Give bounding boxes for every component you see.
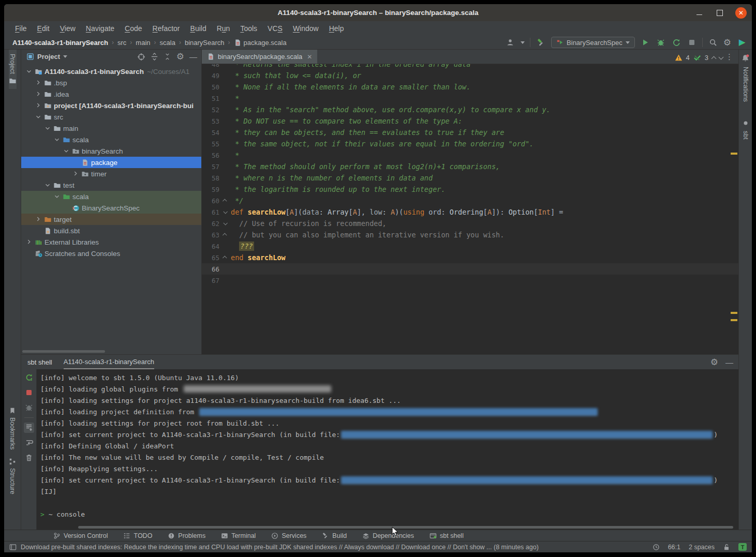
fold-marker-icon[interactable] — [219, 210, 231, 214]
chevron-down-icon[interactable] — [43, 182, 52, 189]
fold-marker-icon[interactable] — [219, 256, 231, 259]
caret-position[interactable]: 66:1 — [668, 544, 680, 551]
toolwindow-button-services[interactable]: Services — [271, 532, 306, 539]
chevron-right-icon[interactable] — [34, 102, 43, 109]
menu-navigate[interactable]: Navigate — [81, 23, 119, 34]
chevron-down-icon[interactable] — [43, 125, 52, 132]
code-line[interactable]: 55 * the same object, not if their value… — [202, 138, 738, 149]
tree-row-external-libraries[interactable]: External Libraries — [21, 236, 201, 248]
locate-file-icon[interactable] — [137, 53, 145, 61]
breadcrumb-item[interactable]: A1140-scala3-r1-binarySearch — [12, 39, 108, 47]
console-settings-gear-icon[interactable]: ⚙ — [710, 358, 718, 367]
inspections-widget[interactable]: 4 3 — [675, 54, 723, 62]
soft-wrap-icon[interactable] — [24, 438, 34, 448]
toolwindow-button-dependencies[interactable]: Dependencies — [362, 532, 414, 539]
prev-warning-icon[interactable] — [711, 56, 717, 61]
debug-button[interactable] — [656, 37, 666, 48]
code-line[interactable]: 52 * As in the "search" method above, us… — [202, 104, 738, 115]
sidebar-item-sbt[interactable]: sbt — [742, 127, 749, 144]
minimize-button[interactable] — [695, 8, 704, 17]
code-line[interactable]: 54 * they can be objects, and then == ev… — [202, 127, 738, 138]
sidebar-item-project[interactable]: Project — [9, 50, 17, 89]
hide-console-icon[interactable]: — — [725, 358, 733, 367]
project-settings-gear-icon[interactable]: ⚙ — [176, 52, 184, 61]
breadcrumb-item[interactable]: main — [136, 39, 150, 47]
redacted-path-link[interactable] — [341, 431, 713, 439]
tree-row-a1140-scala3-r1-binarysearch[interactable]: A1140-scala3-r1-binarySearch~/Courses/A1 — [21, 66, 201, 77]
run-with-coverage-button[interactable] — [671, 37, 681, 48]
menu-refactor[interactable]: Refactor — [148, 23, 185, 34]
code-line[interactable]: 65end searchLow — [202, 252, 738, 263]
tree-row-binarysearch[interactable]: binarySearch — [21, 145, 201, 157]
chevron-down-icon[interactable] — [62, 147, 71, 155]
toolwindow-button-problems[interactable]: Problems — [168, 532, 205, 539]
sidebar-item-structure[interactable]: Structure — [9, 454, 16, 499]
warning-stripe-mark[interactable] — [731, 153, 737, 155]
menu-help[interactable]: Help — [324, 23, 349, 34]
tree-row-build-sbt[interactable]: build.sbt — [21, 225, 201, 236]
code-line[interactable]: 60 */ — [202, 195, 738, 206]
code-line[interactable]: 49 * such that low <= data(i), or — [202, 70, 738, 81]
settings-gear-icon[interactable]: ⚙ — [723, 38, 731, 47]
tree-row-scala[interactable]: scala — [21, 134, 201, 145]
breadcrumb-item[interactable]: src — [117, 39, 126, 47]
code-line[interactable]: 56 * — [202, 149, 738, 161]
tree-row-timer[interactable]: timer — [21, 168, 201, 179]
project-horizontal-scrollbar[interactable] — [22, 350, 105, 353]
tree-row-idea[interactable]: .idea — [21, 88, 201, 100]
tree-row-scratches-and-consoles[interactable]: Scratches and Consoles — [21, 248, 201, 259]
chevron-right-icon[interactable] — [24, 238, 34, 246]
chevron-down-icon[interactable] — [34, 113, 43, 121]
notifications-bell-icon[interactable] — [741, 54, 750, 63]
editor-scrollbar[interactable] — [730, 64, 737, 354]
maximize-button[interactable] — [715, 8, 724, 17]
status-message[interactable]: Download pre-built shared indexes: Reduc… — [21, 544, 539, 551]
warning-stripe-mark[interactable] — [731, 312, 737, 314]
indent-setting[interactable]: 2 spaces — [689, 544, 715, 551]
editor-tab-package-scala[interactable]: binarySearch/package.scala ✕ — [202, 50, 317, 64]
code-line[interactable]: 67 — [202, 275, 738, 286]
tree-row-src[interactable]: src — [21, 111, 201, 123]
stop-sbt-icon[interactable] — [24, 387, 34, 398]
chevron-right-icon[interactable] — [34, 79, 43, 86]
toolwindow-button-terminal[interactable]: Terminal — [221, 532, 256, 539]
code-line[interactable]: 53 * Do NOT use == to compare two elemen… — [202, 115, 738, 127]
restart-sbt-icon[interactable] — [24, 372, 34, 383]
toolwindow-button-build[interactable]: Build — [322, 532, 347, 539]
code-line[interactable]: 59 * the logarithm is rounded up to the … — [202, 184, 738, 195]
tree-row-target[interactable]: target — [21, 214, 201, 225]
hide-project-panel-icon[interactable]: — — [189, 52, 197, 61]
tree-row-project-a1140-scala3-r1-binarysearch-bui[interactable]: project [A1140-scala3-r1-binarySearch-bu… — [21, 100, 201, 111]
redacted-path-link[interactable] — [341, 476, 713, 484]
tree-row-test[interactable]: test — [21, 179, 201, 191]
console-output[interactable]: [info] welcome to sbt 1.5.0 (Ubuntu Java… — [37, 369, 738, 530]
breadcrumb-item[interactable]: scala — [160, 39, 175, 47]
warning-stripe-mark[interactable] — [731, 319, 737, 321]
project-panel-title[interactable]: Project — [37, 53, 60, 61]
menu-file[interactable]: File — [10, 23, 32, 34]
menu-build[interactable]: Build — [186, 23, 211, 34]
menu-vcs[interactable]: VCS — [263, 23, 287, 34]
fold-marker-icon[interactable] — [219, 199, 231, 202]
menu-run[interactable]: Run — [212, 23, 235, 34]
tree-row-bsp[interactable]: .bsp — [21, 77, 201, 88]
fold-marker-icon[interactable] — [219, 222, 231, 225]
chevron-down-icon[interactable] — [52, 193, 62, 200]
stop-button[interactable] — [687, 37, 697, 48]
next-warning-icon[interactable] — [719, 54, 724, 59]
chevron-down-icon[interactable] — [521, 41, 525, 44]
toolwindow-button-version-control[interactable]: Version Control — [53, 532, 108, 539]
close-tab-icon[interactable]: ✕ — [307, 53, 312, 61]
chevron-right-icon[interactable] — [34, 216, 43, 223]
run-configuration-select[interactable]: BinarySearchSpec — [551, 37, 635, 48]
sidebar-item-notifications[interactable]: Notifications — [742, 63, 749, 106]
menu-view[interactable]: View — [55, 23, 80, 34]
sbt-shell-tab[interactable]: A1140-scala3-r1-binarySearch — [64, 355, 154, 369]
chevron-right-icon[interactable] — [71, 170, 80, 177]
menu-window[interactable]: Window — [288, 23, 323, 34]
redacted-path-link[interactable] — [199, 408, 598, 416]
chevron-down-icon[interactable] — [63, 55, 67, 58]
code-line[interactable]: 66 — [202, 263, 738, 275]
code-line[interactable]: 61def searchLow[A](data: Array[A], low: … — [202, 206, 738, 218]
code-line[interactable]: 48 * Returns the smallest index i in the… — [202, 64, 738, 70]
